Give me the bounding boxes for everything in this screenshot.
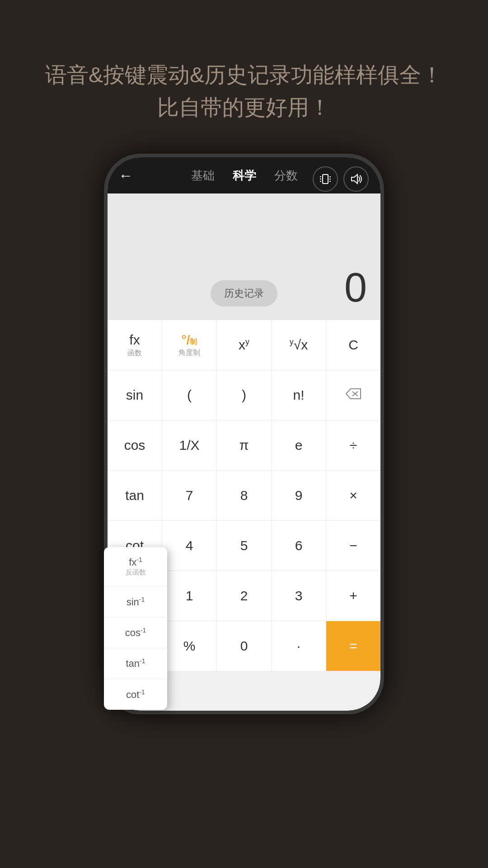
tab-science[interactable]: 科学 (233, 168, 256, 184)
btn-multiply-label: × (349, 488, 357, 503)
btn-divide[interactable]: ÷ (326, 420, 380, 470)
btn-factorial[interactable]: n! (272, 370, 326, 420)
btn-2-label: 2 (240, 588, 248, 604)
btn-pi-label: π (239, 438, 249, 453)
btn-tan[interactable]: tan (108, 471, 162, 520)
btn-equals-label: = (349, 638, 357, 654)
btn-3[interactable]: 3 (272, 571, 326, 621)
btn-5[interactable]: 5 (217, 521, 272, 571)
btn-root[interactable]: y√x (272, 320, 326, 370)
popup-item-tan-inv-label: tan-1 (126, 658, 145, 669)
btn-2[interactable]: 2 (217, 571, 272, 621)
display-value: 0 (344, 264, 367, 311)
btn-root-label: y√x (290, 337, 308, 353)
tab-basic[interactable]: 基础 (191, 168, 215, 184)
calc-row-2: sin ( ) n! (108, 370, 380, 420)
popup-item-cot-inverse[interactable]: cot-1 (104, 679, 167, 709)
btn-9[interactable]: 9 (272, 471, 326, 520)
btn-multiply[interactable]: × (326, 471, 380, 520)
btn-1-label: 1 (186, 588, 193, 604)
svg-rect-0 (323, 175, 328, 184)
btn-cos-label: cos (124, 438, 145, 453)
btn-equals[interactable]: = (326, 621, 380, 671)
calc-row-3: cos 1/X π e ÷ (108, 420, 380, 471)
btn-dot-label: · (297, 638, 300, 654)
btn-fx[interactable]: fx 函数 (108, 320, 162, 370)
btn-lparen-label: ( (187, 387, 192, 403)
inverse-functions-popup: fx-1 反函数 sin-1 cos-1 tan-1 cot-1 (104, 547, 167, 710)
btn-4-label: 4 (186, 538, 193, 553)
btn-power-label: xy (239, 337, 249, 353)
btn-fx-label: fx (129, 332, 140, 348)
btn-lparen[interactable]: ( (162, 370, 217, 420)
btn-sin[interactable]: sin (108, 370, 162, 420)
btn-e-label: e (295, 438, 303, 453)
btn-dot[interactable]: · (272, 621, 326, 671)
btn-7[interactable]: 7 (162, 471, 217, 520)
btn-factorial-label: n! (293, 387, 304, 403)
btn-1[interactable]: 1 (162, 571, 217, 621)
promo-text: 语音&按键震动&历史记录功能样样俱全！ 比自带的更好用！ (0, 59, 488, 124)
popup-item-cos-inv-label: cos-1 (125, 627, 146, 638)
popup-item-fx-inverse[interactable]: fx-1 反函数 (104, 547, 167, 586)
promo-line1: 语音&按键震动&历史记录功能样样俱全！ (27, 59, 461, 91)
btn-e[interactable]: e (272, 420, 326, 470)
popup-item-sin-inv-label: sin-1 (127, 596, 145, 608)
svg-marker-7 (352, 175, 357, 184)
top-bar: ← 基础 科学 分数 (108, 157, 380, 193)
btn-5-label: 5 (240, 538, 248, 553)
btn-8[interactable]: 8 (217, 471, 272, 520)
btn-cos[interactable]: cos (108, 420, 162, 470)
tab-fraction[interactable]: 分数 (274, 168, 298, 184)
btn-plus-label: + (349, 588, 357, 604)
btn-8-label: 8 (240, 488, 248, 503)
popup-item-cos-inverse[interactable]: cos-1 (104, 618, 167, 648)
btn-clear[interactable]: C (326, 320, 380, 370)
btn-plus[interactable]: + (326, 571, 380, 621)
btn-0-label: 0 (240, 638, 248, 654)
btn-deg[interactable]: °/制 角度制 (162, 320, 217, 370)
btn-pi[interactable]: π (217, 420, 272, 470)
btn-3-label: 3 (295, 588, 303, 604)
btn-minus[interactable]: − (326, 521, 380, 571)
calc-row-1: fx 函数 °/制 角度制 xy y√x C (108, 320, 380, 370)
popup-item-cot-inv-label: cot-1 (126, 689, 145, 700)
btn-percent[interactable]: % (162, 621, 217, 671)
phone-mockup: ← 基础 科学 分数 (104, 154, 384, 823)
btn-sin-label: sin (126, 387, 143, 403)
btn-fx-sub: 函数 (127, 349, 142, 358)
btn-backspace[interactable] (326, 370, 380, 420)
btn-4[interactable]: 4 (162, 521, 217, 571)
btn-deg-label: °/制 (182, 333, 197, 347)
popup-item-tan-inverse[interactable]: tan-1 (104, 648, 167, 679)
calc-row-4: tan 7 8 9 × (108, 471, 380, 521)
history-button[interactable]: 历史记录 (211, 280, 277, 307)
btn-7-label: 7 (186, 488, 193, 503)
btn-percent-label: % (183, 638, 196, 654)
btn-0[interactable]: 0 (217, 621, 272, 671)
promo-line2: 比自带的更好用！ (27, 91, 461, 124)
popup-item-fx-inv-label: fx-1 (129, 557, 142, 568)
btn-clear-label: C (348, 337, 358, 353)
audio-icon (343, 166, 369, 192)
vibrate-icon (313, 166, 338, 192)
btn-6[interactable]: 6 (272, 521, 326, 571)
btn-tan-label: tan (125, 488, 144, 503)
btn-9-label: 9 (295, 488, 303, 503)
btn-6-label: 6 (295, 538, 303, 553)
back-button[interactable]: ← (118, 167, 133, 184)
display-area: 历史记录 0 (108, 193, 380, 320)
btn-power[interactable]: xy (217, 320, 272, 370)
btn-backspace-icon (345, 387, 361, 403)
btn-reciprocal[interactable]: 1/X (162, 420, 217, 470)
btn-divide-label: ÷ (350, 438, 357, 453)
btn-minus-label: − (349, 538, 357, 553)
popup-item-fx-inv-sub: 反函数 (111, 568, 160, 577)
btn-deg-sub: 角度制 (178, 348, 200, 358)
btn-rparen[interactable]: ) (217, 370, 272, 420)
popup-item-sin-inverse[interactable]: sin-1 (104, 586, 167, 617)
btn-rparen-label: ) (242, 387, 246, 403)
btn-reciprocal-label: 1/X (179, 438, 199, 453)
